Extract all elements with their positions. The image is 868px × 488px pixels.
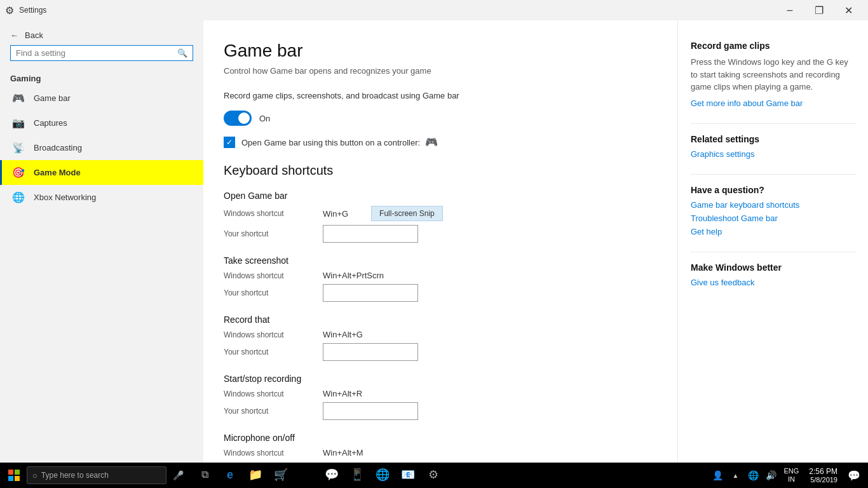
taskbar-date: 5/8/2019 (810, 476, 837, 484)
restore-button[interactable]: ❐ (804, 0, 834, 20)
sidebar-item-xbox-networking[interactable]: 🌐 Xbox Networking (0, 185, 203, 210)
rp-section-record: Record game clips Press the Windows logo… (691, 41, 855, 108)
tray-network-icon[interactable]: 🌐 (745, 463, 761, 488)
shortcut-windows-row-0: Windows shortcut Win+G Full-screen Snip (224, 206, 657, 221)
your-shortcut-label-3: Your shortcut (224, 407, 313, 416)
taskbar-app-phone[interactable]: 📱 (344, 463, 370, 488)
close-button[interactable]: ✕ (834, 0, 863, 20)
taskbar-search-text: Type here to search (41, 471, 109, 480)
sidebar-item-label-game-bar: Game bar (34, 93, 71, 103)
windows-shortcut-value-3: Win+Alt+R (323, 389, 362, 398)
taskbar-app-task-view[interactable]: ⧉ (192, 463, 217, 488)
search-icon: 🔍 (177, 48, 187, 58)
shortcut-action-3: Start/stop recording (224, 374, 657, 384)
shortcut-your-row-0: Your shortcut (224, 225, 657, 243)
rp-question-title: Have a question? (691, 185, 855, 195)
shortcut-group-4: Microphone on/off Windows shortcut Win+A… (224, 433, 657, 458)
windows-logo-icon (8, 470, 20, 481)
rp-section-feedback: Make Windows better Give us feedback (691, 262, 855, 287)
controller-checkbox[interactable]: ✓ (224, 137, 235, 148)
your-shortcut-input-0[interactable] (323, 225, 418, 243)
tray-people-icon[interactable]: 👤 (710, 463, 725, 488)
app-body: ← Back 🔍 Gaming 🎮 Game bar 📷 Captures 📡 … (0, 20, 868, 463)
sidebar-item-label-game-mode: Game Mode (34, 168, 81, 177)
rp-section-related: Related settings Graphics settings (691, 134, 855, 159)
toggle-state-label: On (259, 114, 270, 123)
your-shortcut-input-1[interactable] (323, 284, 418, 302)
main-content: Game bar Control how Game bar opens and … (203, 20, 677, 463)
taskbar-app-chrome[interactable]: 🌐 (370, 463, 395, 488)
windows-shortcut-label-4: Windows shortcut (224, 449, 313, 458)
toggle-row: Record game clips, screenshots, and broa… (224, 91, 657, 100)
start-button[interactable] (3, 463, 25, 488)
taskbar-time: 2:56 PM (809, 467, 837, 476)
rp-record-title: Record game clips (691, 41, 855, 51)
tray-volume-icon[interactable]: 🔊 (763, 463, 778, 488)
rp-section-question: Have a question? Game bar keyboard short… (691, 185, 855, 236)
toggle-on-row: On (224, 111, 657, 126)
taskbar-app-settings[interactable]: ⚙ (421, 463, 446, 488)
get-more-info-link[interactable]: Get more info about Game bar (691, 98, 855, 108)
windows-shortcut-label-1: Windows shortcut (224, 271, 313, 280)
search-input[interactable] (16, 48, 177, 58)
shortcut-group-1: Take screenshot Windows shortcut Win+Alt… (224, 255, 657, 302)
sidebar-item-game-bar[interactable]: 🎮 Game bar (0, 86, 203, 111)
sidebar-item-label-captures: Captures (34, 118, 67, 128)
game-mode-icon: 🎯 (12, 166, 25, 179)
svg-rect-0 (8, 470, 13, 475)
taskbar-lang[interactable]: ENG IN (781, 467, 801, 484)
sidebar-item-game-mode[interactable]: 🎯 Game Mode (0, 160, 203, 185)
svg-rect-2 (8, 476, 13, 481)
give-feedback-link[interactable]: Give us feedback (691, 278, 855, 287)
shortcut-windows-row-1: Windows shortcut Win+Alt+PrtScrn (224, 271, 657, 280)
taskbar-app-mail[interactable]: ✉ (294, 463, 319, 488)
back-icon: ← (10, 30, 18, 40)
shortcut-your-row-3: Your shortcut (224, 402, 657, 420)
taskbar-search[interactable]: ○ Type here to search (27, 466, 166, 484)
rp-related-title: Related settings (691, 134, 855, 144)
windows-shortcut-label-3: Windows shortcut (224, 390, 313, 398)
toggle-description: Record game clips, screenshots, and broa… (224, 91, 657, 100)
your-shortcut-input-2[interactable] (323, 343, 418, 361)
graphics-settings-link[interactable]: Graphics settings (691, 149, 855, 159)
sidebar-item-broadcasting[interactable]: 📡 Broadcasting (0, 135, 203, 160)
taskbar-mic[interactable]: 🎤 (168, 463, 188, 488)
taskbar-clock[interactable]: 2:56 PM 5/8/2019 (804, 467, 843, 484)
back-button[interactable]: ← Back (0, 25, 203, 45)
get-help-link[interactable]: Get help (691, 227, 855, 236)
taskbar-app-explorer[interactable]: 📁 (243, 463, 268, 488)
search-box[interactable]: 🔍 (10, 45, 193, 61)
checkbox-label: Open Game bar using this button on a con… (241, 136, 438, 148)
your-shortcut-label-2: Your shortcut (224, 348, 313, 356)
shortcut-group-0: Open Game bar Windows shortcut Win+G Ful… (224, 191, 657, 243)
sidebar-item-label-broadcasting: Broadcasting (34, 143, 82, 152)
taskbar-app-store[interactable]: 🛒 (268, 463, 294, 488)
divider-2 (691, 174, 855, 175)
taskbar-search-icon: ○ (32, 471, 37, 480)
keyboard-shortcuts-title: Keyboard shortcuts (224, 163, 657, 178)
taskbar: ○ Type here to search 🎤 ⧉ e 📁 🛒 ✉ 💬 📱 🌐 … (0, 463, 868, 488)
minimize-button[interactable]: – (775, 0, 804, 20)
troubleshoot-link[interactable]: Troubleshoot Game bar (691, 214, 855, 223)
sidebar: ← Back 🔍 Gaming 🎮 Game bar 📷 Captures 📡 … (0, 20, 203, 463)
taskbar-app-outlook[interactable]: 📧 (395, 463, 421, 488)
tray-chevron-icon[interactable]: ▲ (728, 463, 743, 488)
back-label: Back (25, 30, 43, 40)
taskbar-right: 👤 ▲ 🌐 🔊 ENG IN 2:56 PM 5/8/2019 💬 (710, 463, 865, 488)
shortcut-action-0: Open Game bar (224, 191, 657, 201)
shortcut-windows-row-2: Windows shortcut Win+Alt+G (224, 330, 657, 339)
taskbar-app-edge[interactable]: e (217, 463, 243, 488)
xbox-networking-icon: 🌐 (12, 191, 25, 203)
shortcut-windows-row-4: Windows shortcut Win+Alt+M (224, 448, 657, 458)
your-shortcut-label-1: Your shortcut (224, 288, 313, 297)
sidebar-item-captures[interactable]: 📷 Captures (0, 111, 203, 135)
svg-rect-1 (15, 470, 20, 475)
shortcut-action-2: Record that (224, 315, 657, 325)
your-shortcut-input-3[interactable] (323, 402, 418, 420)
record-toggle[interactable] (224, 111, 252, 126)
windows-shortcut-value-2: Win+Alt+G (323, 330, 363, 339)
taskbar-notification-icon[interactable]: 💬 (845, 463, 863, 488)
shortcut-action-4: Microphone on/off (224, 433, 657, 443)
keyboard-shortcuts-link[interactable]: Game bar keyboard shortcuts (691, 200, 855, 210)
taskbar-app-skype[interactable]: 💬 (319, 463, 344, 488)
